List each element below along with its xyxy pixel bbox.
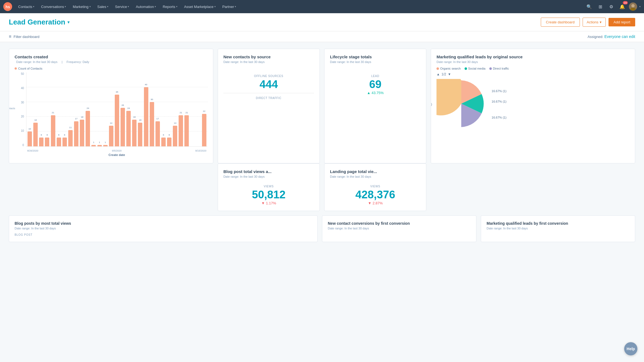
bar-col: 24	[85, 72, 91, 146]
landing-views-title: Landing page total vie...	[330, 169, 421, 174]
bar: 10	[28, 131, 32, 146]
mql-source-subtitle: Date range: In the last 30 days	[436, 60, 629, 64]
add-report-button[interactable]: Add report	[608, 18, 635, 26]
bar-col: 1	[97, 72, 102, 146]
nav-reports[interactable]: Reports ▾	[160, 3, 180, 10]
chevron-down-icon: ▾	[128, 5, 129, 8]
pie-label-top-right: 16.67% (1)	[492, 89, 506, 93]
nav-conversations[interactable]: Conversations ▾	[38, 3, 69, 10]
blog-views-title: Blog post total views a...	[223, 169, 314, 174]
chevron-down-icon: ▾	[33, 5, 34, 8]
bar-value-label: 35	[116, 91, 118, 93]
pie-nav: ▲ 1/2 ▼	[436, 72, 629, 76]
blog-views-change: ▼ 1.17%	[223, 201, 314, 205]
chevron-down-icon: ▾	[155, 5, 156, 8]
legend-social: Social media	[465, 67, 485, 70]
bar-value-label: 16	[34, 119, 37, 121]
bar: 26	[121, 108, 125, 146]
bar: 18	[132, 120, 137, 146]
lifecycle-title: Lifecycle stage totals	[330, 54, 421, 59]
lifecycle-subtitle: Date range: In the last 30 days	[330, 60, 421, 64]
pie-chart-svg	[436, 79, 486, 128]
chevron-down-icon: ▾	[214, 5, 216, 8]
nav-sales[interactable]: Sales ▾	[95, 3, 111, 10]
bar-value-label: 24	[87, 107, 89, 109]
actions-button[interactable]: Actions ▾	[583, 18, 606, 27]
legend-dot-direct	[489, 67, 492, 70]
nav-marketing[interactable]: Marketing ▾	[70, 3, 93, 10]
mql-conversion-subtitle: Date range: In the last 30 days	[487, 227, 629, 230]
bar: 6	[45, 138, 49, 146]
bar-value-label: 1	[99, 141, 100, 144]
search-icon[interactable]: 🔍	[585, 2, 594, 11]
bar-col: 16	[33, 72, 38, 146]
contacts-created-title: Contacts created	[15, 54, 208, 59]
bar-col	[196, 72, 201, 146]
page-title-dropdown-icon[interactable]: ▾	[67, 20, 70, 25]
filter-dashboard-button[interactable]: ≡ Filter dashboard	[9, 34, 39, 39]
bar-col: 24	[126, 72, 131, 146]
nav-automation[interactable]: Automation ▾	[133, 3, 159, 10]
pie-label-50: 50% (3)	[431, 103, 432, 106]
nav-service[interactable]: Service ▾	[112, 3, 132, 10]
assigned-link[interactable]: Everyone can edit	[604, 34, 635, 39]
bar: 35	[115, 95, 119, 146]
avatar[interactable]	[629, 2, 637, 11]
bar: 16	[138, 123, 142, 146]
page-title-wrap: Lead Generation ▾	[9, 18, 70, 26]
settings-icon[interactable]: ⚙	[607, 2, 616, 11]
new-contacts-subtitle: Date range: In the last 30 days	[223, 60, 314, 64]
bar-value-label: 22	[203, 110, 205, 113]
bar: 6	[57, 138, 61, 146]
pie-chart-container: 50% (3)	[436, 79, 486, 129]
bar-col: 1	[103, 72, 108, 146]
bar-col: 40	[143, 72, 149, 146]
bar-col: 14	[172, 72, 178, 146]
blog-most-views-title: Blog posts by most total views	[15, 221, 312, 226]
bar-col: 26	[120, 72, 125, 146]
lead-change: ▲ 43.75%	[330, 91, 421, 95]
bar-value-label: 24	[127, 107, 130, 109]
bar: 17	[155, 121, 160, 146]
x-axis: 8/26/2020 9/5/2020 9/15/2020	[26, 149, 208, 152]
chevron-down-icon: ▾	[235, 5, 236, 8]
bar-value-label: 18	[133, 116, 136, 118]
nav-asset-marketplace[interactable]: Asset Marketplace ▾	[181, 3, 219, 10]
conversions-subtitle: Date range: In the last 30 days	[328, 227, 471, 230]
new-contacts-title: New contacts by source	[223, 54, 314, 59]
filter-bar: ≡ Filter dashboard Assigned: Everyone ca…	[0, 31, 644, 42]
svg-point-2	[631, 4, 635, 7]
top-navigation: hs Contacts ▾ Conversations ▾ Marketing …	[0, 0, 644, 13]
marketplace-icon[interactable]: ⊞	[596, 2, 605, 11]
pie-next-button[interactable]: ▼	[448, 72, 451, 76]
x-axis-label: Create date	[26, 153, 208, 157]
contacts-created-subtitle: Date range: In the last 30 days | Freque…	[15, 60, 208, 64]
notifications-icon[interactable]: 🔔 19	[618, 2, 627, 11]
notification-badge: 19	[623, 1, 628, 4]
bar-value-label: 21	[52, 111, 54, 114]
chevron-down-icon: ▾	[65, 5, 66, 8]
hubspot-logo[interactable]: hs	[3, 2, 12, 11]
actions-chevron-icon: ▾	[600, 20, 602, 24]
blog-most-views-subtitle: Date range: In the last 30 days	[15, 227, 312, 230]
pie-right-labels: 16.67% (1) 16.67% (1) 16.67% (1)	[492, 89, 506, 119]
blog-post-col-label: BLOG POST	[15, 233, 312, 236]
bar-value-label: 18	[81, 116, 83, 118]
bar-value-label: 6	[64, 134, 65, 136]
bar-col: 35	[114, 72, 120, 146]
mql-source-title: Marketing qualified leads by original so…	[436, 54, 629, 59]
create-dashboard-button[interactable]: Create dashboard	[541, 18, 580, 27]
bar-chart-body: 1016662166111718241111435262418164030176…	[26, 72, 208, 147]
page-header: Lead Generation ▾ Create dashboard Actio…	[0, 13, 644, 31]
offline-sources-label: OFFLINE SOURCES	[223, 75, 314, 78]
nav-partner[interactable]: Partner ▾	[220, 3, 239, 10]
nav-contacts[interactable]: Contacts ▾	[15, 3, 37, 10]
blog-views-subtitle: Date range: In the last 30 days	[223, 175, 314, 178]
bar-value-label: 6	[163, 134, 164, 136]
pie-prev-button[interactable]: ▲	[436, 72, 440, 76]
bar: 18	[80, 120, 84, 146]
offline-sources-value: 444	[223, 79, 314, 90]
mql-conversion-title: Marketing qualified leads by first conve…	[487, 221, 629, 226]
landing-views-label: VIEWS	[330, 185, 421, 188]
landing-views-value: 428,376	[330, 189, 421, 200]
